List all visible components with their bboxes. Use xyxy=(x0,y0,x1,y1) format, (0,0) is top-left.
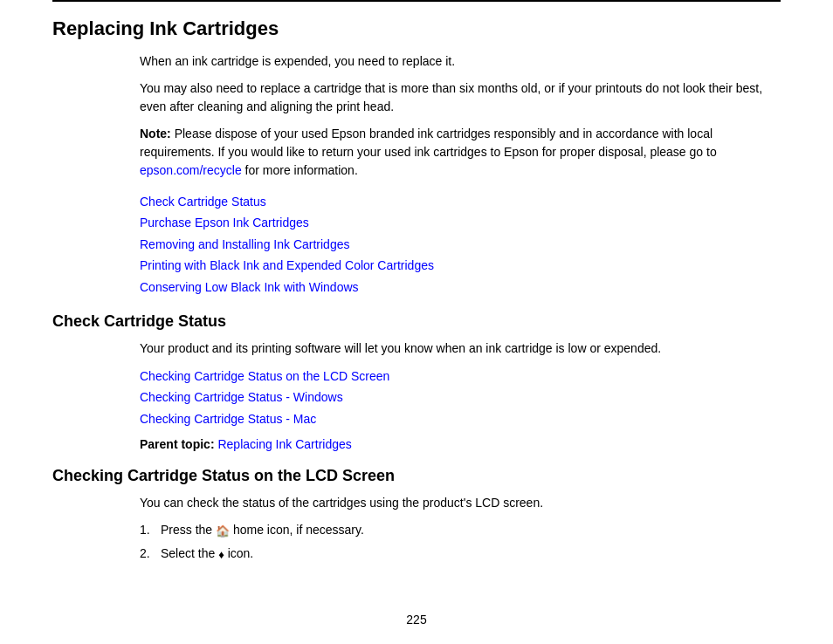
page-footer: 225 xyxy=(0,613,833,627)
main-section-title: Replacing Ink Cartridges xyxy=(52,17,781,40)
section1-note: Note: Please dispose of your used Epson … xyxy=(140,125,781,180)
section3-content: You can check the status of the cartridg… xyxy=(140,494,781,563)
page-container: Replacing Ink Cartridges When an ink car… xyxy=(0,0,833,644)
ink-drop-icon: ♦ xyxy=(218,546,224,564)
section2-content: Your product and its printing software w… xyxy=(140,339,781,451)
home-icon: 🏠 xyxy=(216,523,230,540)
section1-para2: You may also need to replace a cartridge… xyxy=(140,79,781,116)
parent-topic-line: Parent topic: Replacing Ink Cartridges xyxy=(140,437,781,451)
checking-lcd-title: Checking Cartridge Status on the LCD Scr… xyxy=(52,467,781,485)
note-body2: for more information. xyxy=(242,163,358,177)
link-conserving-black[interactable]: Conserving Low Black Ink with Windows xyxy=(140,277,781,297)
page-number: 225 xyxy=(406,613,426,627)
link-checking-mac[interactable]: Checking Cartridge Status - Mac xyxy=(140,409,781,428)
section1-para1: When an ink cartridge is expended, you n… xyxy=(140,52,781,71)
section1-links: Check Cartridge Status Purchase Epson In… xyxy=(140,192,781,297)
content-area: Replacing Ink Cartridges When an ink car… xyxy=(0,17,833,603)
section2-links: Checking Cartridge Status on the LCD Scr… xyxy=(140,367,781,428)
step-1-text: Press the 🏠 home icon, if necessary. xyxy=(161,521,364,539)
link-check-cartridge-status[interactable]: Check Cartridge Status xyxy=(140,192,781,211)
steps-list: 1. Press the 🏠 home icon, if necessary. … xyxy=(140,521,781,563)
link-printing-black[interactable]: Printing with Black Ink and Expended Col… xyxy=(140,256,781,275)
note-body: Please dispose of your used Epson brande… xyxy=(140,127,717,159)
step-2-num: 2. xyxy=(140,545,161,563)
section1-content: When an ink cartridge is expended, you n… xyxy=(140,52,781,297)
check-cartridge-title: Check Cartridge Status xyxy=(52,312,781,331)
step-1: 1. Press the 🏠 home icon, if necessary. xyxy=(140,521,781,539)
step-2: 2. Select the ♦ icon. xyxy=(140,545,781,563)
step-1-num: 1. xyxy=(140,521,161,539)
epson-recycle-link[interactable]: epson.com/recycle xyxy=(140,163,242,177)
link-checking-windows[interactable]: Checking Cartridge Status - Windows xyxy=(140,387,781,407)
section2-intro: Your product and its printing software w… xyxy=(140,339,781,358)
section3-intro: You can check the status of the cartridg… xyxy=(140,494,781,512)
top-rule xyxy=(52,0,781,2)
link-purchase-epson[interactable]: Purchase Epson Ink Cartridges xyxy=(140,213,781,232)
link-removing-installing[interactable]: Removing and Installing Ink Cartridges xyxy=(140,235,781,254)
link-checking-lcd[interactable]: Checking Cartridge Status on the LCD Scr… xyxy=(140,367,781,386)
parent-topic-link[interactable]: Replacing Ink Cartridges xyxy=(217,437,351,451)
parent-topic-label: Parent topic: xyxy=(140,437,215,451)
step-2-text: Select the ♦ icon. xyxy=(161,545,253,563)
note-label: Note: xyxy=(140,127,171,140)
